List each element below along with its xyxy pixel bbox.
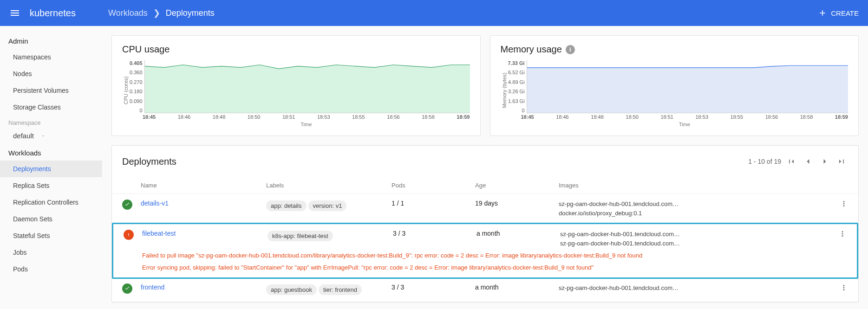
sidebar-item-persistent-volumes[interactable]: Persistent Volumes: [0, 82, 102, 99]
sidebar-item-deployments[interactable]: Deployments: [0, 161, 102, 177]
sidebar-item-namespaces[interactable]: Namespaces: [0, 49, 102, 65]
sidebar-item-jobs[interactable]: Jobs: [0, 244, 102, 261]
more-icon[interactable]: [838, 230, 847, 238]
label-chip: tier: frontend: [319, 284, 362, 295]
workloads-heading: Workloads: [0, 145, 102, 161]
pagination: 1 - 10 of 19: [748, 155, 848, 168]
x-axis-label: Time: [521, 122, 848, 127]
more-icon[interactable]: [840, 200, 848, 208]
sidebar-item-storage-classes[interactable]: Storage Classes: [0, 99, 102, 116]
pods-cell: 3 / 3: [392, 283, 475, 291]
more-icon[interactable]: [840, 283, 848, 292]
chevron-right-icon: ❯: [153, 8, 160, 18]
chart-title: Memory usagei: [501, 44, 848, 55]
x-axis-ticks: 18:4518:4618:4818:5018:5118:5318:5518:56…: [143, 114, 470, 120]
images-cell: sz-pg-oam-docker-hub-001.tendcloud.com…d…: [559, 200, 829, 218]
col-images[interactable]: Images: [559, 182, 829, 189]
y-axis-ticks: 7.33 Gi6.52 Gi4.89 Gi3.26 Gi1.63 Gi0: [508, 60, 527, 121]
sidebar: Admin NamespacesNodesPersistent VolumesS…: [0, 26, 102, 309]
label-chip: version: v1: [308, 200, 347, 211]
deployment-link[interactable]: details-v1: [141, 200, 169, 207]
sidebar-item-stateful-sets[interactable]: Stateful Sets: [0, 227, 102, 244]
labels-cell: k8s-app: filebeat-test: [268, 230, 393, 242]
sidebar-item-nodes[interactable]: Nodes: [0, 65, 102, 82]
y-axis-ticks: 0.4050.3600.2700.1800.0900: [130, 60, 144, 121]
namespace-value: default: [13, 132, 34, 140]
menu-icon[interactable]: [9, 7, 20, 19]
dropdown-icon: [40, 133, 46, 139]
memory-chart: Memory usageiMemory (bytes)7.33 Gi6.52 G…: [490, 35, 859, 136]
last-page-button[interactable]: [835, 155, 848, 168]
col-pods[interactable]: Pods: [392, 182, 475, 189]
age-cell: 19 days: [475, 200, 559, 207]
breadcrumb: Workloads ❯ Deployments: [108, 8, 818, 18]
label-chip: k8s-app: filebeat-test: [268, 231, 333, 241]
error-icon: [124, 230, 134, 240]
y-axis-label: Memory (bytes): [501, 60, 508, 121]
y-axis-label: CPU (cores): [122, 60, 130, 121]
images-cell: sz-pg-oam-docker-hub-001.tendcloud.com…: [559, 283, 829, 293]
pods-cell: 1 / 1: [392, 200, 475, 207]
deployment-link[interactable]: filebeat-test: [142, 230, 176, 237]
labels-cell: app: guestbooktier: frontend: [266, 283, 392, 296]
deployments-table: Deployments 1 - 10 of 19 Name Labels Pod…: [111, 145, 859, 303]
check-icon: [122, 283, 132, 294]
images-cell: sz-pg-oam-docker-hub-001.tendcloud.com…s…: [560, 230, 828, 248]
pods-cell: 3 / 3: [393, 230, 476, 237]
table-row: frontendapp: guestbooktier: frontend3 / …: [112, 278, 858, 302]
age-cell: a month: [476, 230, 560, 237]
table-row: details-v1app: detailsversion: v11 / 119…: [112, 194, 858, 224]
deployment-link[interactable]: frontend: [141, 283, 164, 291]
col-name[interactable]: Name: [141, 182, 266, 189]
breadcrumb-current: Deployments: [166, 8, 215, 18]
sidebar-item-replication-controllers[interactable]: Replication Controllers: [0, 194, 102, 211]
create-label: CREATE: [831, 9, 859, 17]
error-message: Error syncing pod, skipping: failed to "…: [142, 264, 847, 272]
col-labels[interactable]: Labels: [266, 182, 392, 189]
plot-area: [144, 60, 470, 113]
first-page-button[interactable]: [785, 155, 798, 168]
col-age[interactable]: Age: [475, 182, 559, 189]
table-row: filebeat-testk8s-app: filebeat-test3 / 3…: [112, 223, 858, 279]
x-axis-label: Time: [143, 122, 470, 127]
namespace-select[interactable]: default: [0, 130, 102, 145]
x-axis-ticks: 18:4518:4618:4818:5018:5118:5318:5518:56…: [521, 114, 848, 120]
chart-title: CPU usage: [122, 44, 470, 55]
table-head: Name Labels Pods Age Images: [112, 177, 858, 194]
breadcrumb-parent[interactable]: Workloads: [108, 8, 148, 18]
label-chip: app: guestbook: [266, 284, 317, 295]
prev-page-button[interactable]: [802, 155, 815, 168]
app-header: kubernetes Workloads ❯ Deployments CREAT…: [0, 0, 868, 26]
pagination-text: 1 - 10 of 19: [748, 158, 781, 165]
table-title: Deployments: [122, 156, 748, 167]
check-icon: [122, 200, 132, 210]
cpu-chart: CPU usageCPU (cores)0.4050.3600.2700.180…: [111, 35, 481, 136]
sidebar-item-replica-sets[interactable]: Replica Sets: [0, 177, 102, 194]
create-button[interactable]: CREATE: [818, 8, 859, 18]
info-icon[interactable]: i: [566, 45, 575, 54]
admin-heading: Admin: [0, 33, 102, 49]
main-content: CPU usageCPU (cores)0.4050.3600.2700.180…: [102, 26, 868, 309]
error-message: Failed to pull image "sz-pg-oam-docker-h…: [142, 251, 847, 260]
logo: kubernetes: [30, 8, 76, 19]
sidebar-item-pods[interactable]: Pods: [0, 261, 102, 277]
labels-cell: app: detailsversion: v1: [266, 200, 392, 212]
label-chip: app: details: [266, 200, 307, 211]
plus-icon: [818, 8, 827, 18]
next-page-button[interactable]: [818, 155, 831, 168]
age-cell: a month: [475, 283, 559, 291]
plot-area: [527, 60, 848, 113]
sidebar-item-daemon-sets[interactable]: Daemon Sets: [0, 211, 102, 227]
namespace-label: Namespace: [0, 116, 102, 130]
